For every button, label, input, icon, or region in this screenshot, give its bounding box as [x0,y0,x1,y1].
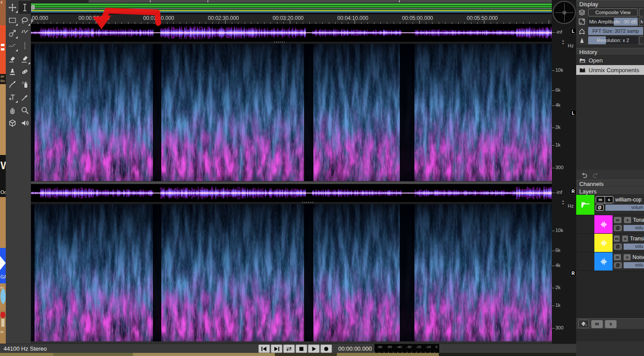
panel-bottom-spacer [576,329,644,341]
record-button[interactable] [320,344,332,353]
solo-button[interactable]: s [622,236,628,242]
transport-bar: 44100 Hz Stereo 00:00:00.000 -60 -50 -40… [0,344,576,353]
solo-all-button[interactable]: s [605,320,617,328]
mute-button[interactable]: m [614,254,621,260]
composite-view-button[interactable]: Composite View [588,8,638,16]
fill-bucket-button[interactable] [578,320,589,328]
skip-to-start-button[interactable] [258,344,270,353]
pan-tool[interactable] [6,104,19,116]
volume-slider[interactable]: volum [605,205,644,211]
layer-thumbnail[interactable] [594,215,613,233]
magic-wand-tool[interactable] [19,27,31,39]
3d-navigation-orb[interactable] [553,1,576,24]
phase-invert-button[interactable]: Ø [596,205,604,211]
editor-area: 00.000 00:00:50.000 00:01:40.000 00:02:3… [31,0,552,344]
stop-button[interactable] [296,344,307,353]
waveform-right-channel[interactable] [31,184,552,202]
splitter-arrows[interactable]: ▲▼ [562,199,565,205]
spectrogram-left-channel[interactable] [31,44,552,181]
silence-gap [400,204,414,341]
fft-size-slider[interactable]: FFT Size: 3072 samp [588,27,643,35]
min-amplitude-slider[interactable]: Min Amplitude: -90 dB [588,18,638,26]
freq-tick: 4k [552,263,561,268]
layer-thumbnail[interactable] [594,234,613,252]
mute-button[interactable]: m [614,236,620,242]
phase-invert-button[interactable]: Ø [614,262,622,268]
history-item-open[interactable]: Open [576,55,644,65]
history-item-unmix-components[interactable]: Unmix Components [576,65,644,75]
skip-to-end-button[interactable] [271,344,282,353]
retouch-icon [20,67,29,76]
desktop-fragment: ak [0,74,4,78]
waveform-icon [599,258,608,266]
display-panel-header: Display [576,0,644,8]
meter-tick-label: -20 [416,345,422,349]
cutoff-control[interactable] [639,8,643,16]
channel-splitter[interactable] [31,181,552,184]
solo-button[interactable]: s [624,254,631,260]
layers-panel-header: Layers [576,187,644,195]
play-button[interactable] [308,344,320,353]
layer-row-transient[interactable]: m s Transien Ø volu [576,234,644,252]
undo-redo-row [576,170,644,180]
cutoff-control[interactable]: M [639,18,643,26]
amplitude-range-icon [577,18,587,26]
time-selection-tool[interactable] [19,1,31,14]
elliptical-lasso-tool[interactable] [19,14,31,27]
splitter-arrows[interactable]: ▲▼ [562,39,565,45]
mute-button[interactable]: m [596,197,605,203]
layer-thumbnail[interactable] [576,195,594,215]
composite-layers-icon [577,8,587,16]
spectrogram-right-channel[interactable] [31,204,552,341]
3d-view-tool[interactable] [6,116,19,129]
volume-slider[interactable]: volu [624,244,644,250]
playback-tool[interactable] [19,116,31,129]
loop-button[interactable] [283,344,295,353]
channels-panel-header: Channels [576,180,644,187]
phase-invert-button[interactable]: Ø [614,225,622,231]
desktop-wallpaper [0,84,6,155]
layer-thumbnail[interactable] [594,252,613,271]
time-label: 00:05:50.000 [467,15,498,21]
clone-stamp-tool[interactable] [6,65,19,78]
resolution-slider[interactable]: Resolution: x 2 [588,36,638,44]
text-tool[interactable] [6,91,19,104]
navigator-overview[interactable] [31,3,552,14]
layer-row-william-cop[interactable]: m s william-cop Ø volum [576,195,644,215]
layer-row-tonal[interactable]: m s Tonal Ø volu [576,215,644,234]
fft-size-icon [577,27,587,35]
freq-tick: 10k [552,67,563,73]
mute-button[interactable]: m [614,217,621,223]
picker-tool[interactable] [19,91,31,104]
retouch-tool[interactable] [19,65,31,78]
spray-icon [20,80,29,89]
line-dotted-tool[interactable] [19,39,31,52]
volume-slider[interactable]: volu [624,262,644,268]
solo-button[interactable]: s [624,217,632,223]
rectangular-selection-tool[interactable] [6,14,19,27]
undo-icon[interactable] [580,171,588,178]
time-ruler[interactable]: 00.000 00:00:50.000 00:01:40.000 00:02:3… [31,14,552,24]
silence-gap [153,44,161,181]
volume-slider[interactable]: volu [624,225,644,231]
time-label: 00:01:40.000 [143,15,174,21]
redo-icon[interactable] [592,171,600,178]
spray-tool[interactable] [19,78,31,91]
edge-lasso-tool[interactable] [6,27,19,39]
layer-name: william-cop [615,197,641,203]
highlighter-tool[interactable] [19,52,31,65]
freehand-dotted-tool[interactable] [6,39,19,52]
cutoff-control[interactable] [639,36,643,44]
spectrogram-texture [31,204,552,341]
zoom-tool[interactable] [19,104,31,116]
transform-tool[interactable] [6,1,19,14]
solo-button[interactable]: s [605,197,613,203]
phase-invert-button[interactable]: Ø [614,244,622,250]
eraser-tool[interactable] [6,52,19,65]
waveform-left-channel[interactable] [31,24,552,42]
layer-row-noise[interactable]: m s Noise Ø volu [576,252,644,271]
pen-tool[interactable] [6,78,19,91]
time-label: 00:04:10.000 [337,15,368,21]
meter-tick-label: -30 [406,345,412,349]
mute-all-button[interactable]: m [591,320,603,328]
